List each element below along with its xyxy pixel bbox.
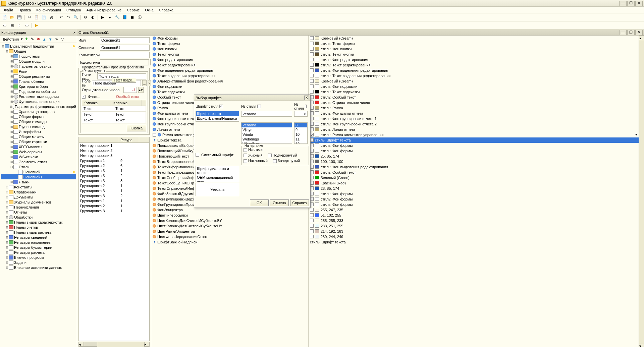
menu-Администрирование[interactable]: Администрирование	[84, 7, 124, 13]
style-value-item[interactable]: стиль: Фон формы	[309, 191, 639, 196]
listbox-item[interactable]: Verdana	[241, 123, 292, 127]
tree-node[interactable]: ⊞Интерфейсы	[1, 129, 76, 134]
tree-node[interactable]: ⊞Журналы документов	[1, 199, 76, 205]
page-icon[interactable]: ▯	[16, 22, 23, 29]
menu-Правка[interactable]: Правка	[16, 7, 34, 13]
tree-node[interactable]: ⊞Функциональные опции	[1, 99, 76, 104]
help-icon[interactable]: ⓘ	[136, 14, 143, 21]
actions-dropdown[interactable]: Действия	[1, 37, 20, 42]
style-value-item[interactable]: 255, 247, 235	[309, 207, 639, 213]
grid-data-row[interactable]: Группировка 33	[79, 178, 149, 183]
tree-node[interactable]: ⊞Общие команды	[1, 119, 76, 124]
grid-group-row[interactable]: Имя группировки 2	[79, 148, 149, 153]
tree-node[interactable]: ⊞Регистры расчета	[1, 250, 76, 255]
panel-icon[interactable]: ▭	[23, 22, 30, 29]
style-item[interactable]: Текст формы	[151, 41, 308, 46]
style-item[interactable]: ЦветГиперссылки	[151, 213, 308, 218]
style-item[interactable]: Текст редактирования	[151, 62, 308, 68]
style-value-item[interactable]: стиль: Фон выделения редактирования	[309, 68, 639, 73]
fontstyle-listbox[interactable]: Шрифт текстаШрифтВажнойНадписи	[196, 111, 239, 122]
tree-node[interactable]: ⊞Хранилища настроек	[1, 109, 76, 114]
tree-node[interactable]: ⊞XDTO-пакеты	[1, 144, 76, 149]
neg-input[interactable]	[123, 87, 137, 93]
style-item[interactable]: ЦветРамкиЭпицентра	[151, 229, 308, 234]
tree-node[interactable]: ⊞Общие картинки	[1, 139, 76, 144]
style-item[interactable]: Фон формы	[151, 36, 308, 41]
grid-data-row[interactable]: Группировка 31	[79, 208, 149, 213]
font-name-field[interactable]: Verdana	[241, 111, 292, 117]
sheet-icon[interactable]: ▤	[9, 22, 15, 29]
style-item[interactable]: Фон кнопки	[151, 46, 308, 52]
subsystems-input[interactable]	[100, 59, 149, 65]
grid-data-row[interactable]: Группировка 21	[79, 183, 149, 188]
preview-datagrid[interactable]: Ресурс Имя группировки 1Имя группировки …	[78, 137, 150, 341]
style-value-item[interactable]: стиль: Фон шапки отчета	[309, 111, 639, 116]
delete-icon[interactable]: ✖	[36, 37, 41, 42]
style-item[interactable]: ЦветКолонкиДляСчетовИСубконтоБУ	[151, 218, 308, 223]
tree-node[interactable]: ⊞Общие реквизиты	[1, 74, 76, 79]
tree-node[interactable]: ⊟Стили	[1, 164, 76, 169]
grid-data-row[interactable]: Группировка 11	[79, 198, 149, 203]
tree-node[interactable]: ⊞Планы видов расчета	[1, 230, 76, 235]
menu-Справка[interactable]: Справка	[156, 7, 176, 13]
style-value-item[interactable]: 233, 251, 255	[309, 223, 639, 229]
tree-node[interactable]: Основной1	[1, 174, 76, 179]
cut-icon[interactable]: ✂	[26, 14, 33, 21]
tree-node[interactable]: ⊞Планы видов характеристик	[1, 220, 76, 225]
tree-node[interactable]: ⊞Регистры бухгалтерии	[1, 245, 76, 250]
tree-node[interactable]: ⊞Планы обмена	[1, 79, 76, 84]
listbox-item[interactable]: Wingdings	[241, 141, 292, 144]
fromstyle-checkbox-2[interactable]	[305, 105, 307, 108]
style-value-item[interactable]: стиль: Особый текст	[309, 170, 639, 175]
tree-node[interactable]: ⊞Документы	[1, 194, 76, 199]
style-item[interactable]: ФонЭпицентра	[151, 207, 308, 213]
tree-node[interactable]: ⊞Отчеты	[1, 210, 76, 215]
style-value-item[interactable]: стиль: Текст выделения редактирования	[309, 73, 639, 78]
maximize-button[interactable]: ❐	[627, 1, 635, 6]
tree-node[interactable]: ⊞Общие формы	[1, 114, 76, 119]
listbox-item[interactable]: Шрифт диалогов и меню	[196, 166, 239, 175]
underline-check[interactable]	[268, 154, 272, 157]
grid-data-row[interactable]: Группировка 32	[79, 193, 149, 198]
tree-node[interactable]: ⊞Константы	[1, 184, 76, 189]
style-item[interactable]: Альтернативный фон редактирования	[151, 78, 308, 84]
style-value-item[interactable]: стиль: Текст редактирования	[309, 62, 639, 68]
tree-node[interactable]: ⊞Параметры функциональных опций	[1, 104, 76, 109]
listbox-item[interactable]: Webdings	[241, 137, 292, 141]
tree-node[interactable]: ⊞Бизнес-процессы	[1, 255, 76, 260]
synonym-input[interactable]	[100, 45, 150, 51]
tree-node[interactable]: ⊞Планы счетов	[1, 225, 76, 230]
tree-node[interactable]: ⊞Web-сервисы	[1, 149, 76, 154]
menu-Отладка[interactable]: Отладка	[64, 7, 84, 13]
mdi-close[interactable]: ✕	[635, 30, 643, 35]
style-value-item[interactable]: стиль: Фон группировки отчета 1	[309, 116, 639, 121]
print-icon[interactable]: 🖨	[48, 14, 55, 21]
listbox-item[interactable]: 11	[294, 137, 307, 141]
ok-button[interactable]: OK	[250, 199, 269, 206]
tree-node[interactable]: ⊞Обработки	[1, 215, 76, 220]
filter-icon[interactable]: ▽	[60, 37, 65, 42]
flag-checkbox[interactable]	[82, 95, 86, 99]
grid-data-row[interactable]: Группировка 21	[79, 203, 149, 208]
up-icon[interactable]: ▲	[42, 37, 47, 42]
style-value-item[interactable]: стиль: Текст формы	[309, 41, 639, 46]
tree-node[interactable]: ⊞Задачи	[1, 260, 76, 265]
stop-icon[interactable]: ◼	[129, 14, 136, 21]
cancel-button[interactable]: Отмена	[270, 199, 289, 206]
tree-node[interactable]: ⊞Справочники	[1, 189, 76, 194]
fontstyle-checkbox[interactable]	[219, 105, 223, 108]
listbox-item[interactable]: Шрифт текста	[196, 111, 239, 116]
grid-data-row[interactable]: Группировка 26	[79, 163, 149, 168]
style-value-item[interactable]: 25, 85, 174	[309, 154, 639, 159]
listbox-item[interactable]: ШрифтВажнойНадписи	[196, 116, 239, 121]
save-icon[interactable]: 💾	[16, 14, 23, 21]
down-icon[interactable]: ▼	[48, 37, 53, 42]
style-value-item[interactable]: стиль: Текст кнопки	[309, 52, 639, 57]
style-value-item[interactable]: стиль: Шрифт текста	[309, 137, 639, 143]
style-item[interactable]: ЦветКолонкиДляСчетовИСубконтоНУ	[151, 223, 308, 229]
find-icon[interactable]: 🔍	[72, 14, 79, 21]
comment-input[interactable]	[100, 52, 150, 58]
style-value-item[interactable]: 239, 244, 249	[309, 234, 639, 239]
style-value-item[interactable]: стиль: Текст подсказки	[309, 89, 639, 95]
tree-node[interactable]: ⊞Регламентные задания	[1, 94, 76, 99]
